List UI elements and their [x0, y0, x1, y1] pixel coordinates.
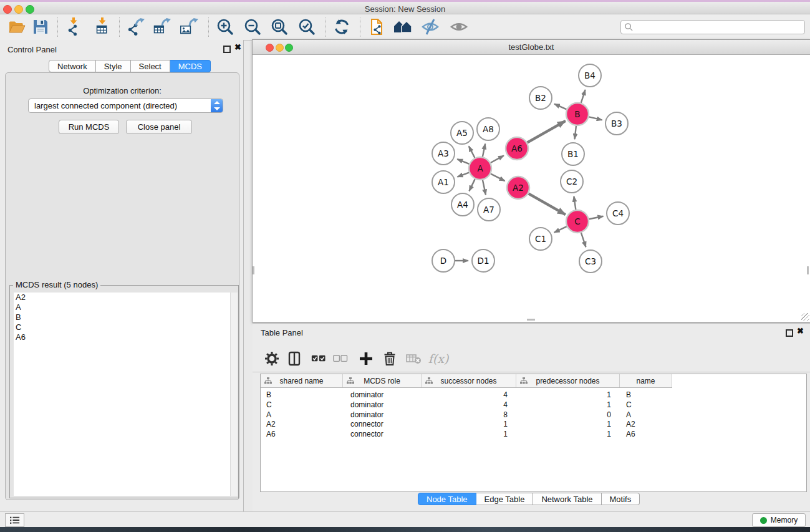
cell-successor-nodes[interactable]: 1 — [422, 429, 508, 439]
column-header-predecessor-nodes[interactable]: predecessor nodes — [516, 374, 620, 387]
graph-node-C1[interactable]: C1 — [529, 228, 552, 250]
column-header-shared-name[interactable]: shared name — [261, 374, 343, 387]
tab-node-table[interactable]: Node Table — [418, 493, 476, 505]
export-network-icon[interactable] — [125, 16, 147, 37]
add-column-icon[interactable] — [357, 349, 375, 368]
cell-successor-nodes[interactable]: 4 — [422, 400, 508, 410]
open-session-icon[interactable] — [6, 16, 27, 37]
memory-button[interactable]: Memory — [752, 513, 806, 527]
graph-edge-B-B1[interactable] — [575, 126, 576, 139]
cell-successor-nodes[interactable]: 8 — [422, 410, 508, 420]
graph-edge-C-C4[interactable] — [589, 216, 604, 220]
graph-node-B[interactable]: B — [566, 103, 589, 125]
run-mcds-button[interactable]: Run MCDS — [59, 120, 119, 134]
graph-edge-B-B4[interactable] — [581, 90, 586, 103]
mcds-result-item[interactable]: B — [14, 312, 234, 322]
graph-edge-C-C2[interactable] — [574, 196, 576, 210]
graph-node-C4[interactable]: C4 — [607, 202, 629, 225]
graph-edge-A-A1[interactable] — [457, 173, 469, 177]
select-all-icon[interactable] — [310, 349, 329, 368]
import-network-icon[interactable] — [64, 16, 85, 37]
graph-node-A[interactable]: A — [469, 157, 491, 180]
graph-node-A3[interactable]: A3 — [432, 142, 455, 165]
tab-style[interactable]: Style — [96, 60, 131, 72]
graph-edge-A-A8[interactable] — [483, 144, 485, 157]
graph-node-B2[interactable]: B2 — [529, 87, 552, 109]
cell-shared-name[interactable]: C — [261, 400, 349, 410]
graph-edge-A-A4[interactable] — [469, 179, 475, 191]
graph-edge-C-C3[interactable] — [581, 233, 586, 247]
graph-node-A8[interactable]: A8 — [477, 118, 499, 140]
bottom-edge-handle[interactable] — [527, 319, 535, 321]
task-history-button[interactable] — [5, 513, 24, 527]
graph-edge-A6-B[interactable] — [528, 121, 566, 143]
cell-shared-name[interactable]: A — [261, 410, 349, 420]
table-row-C[interactable]: Cdominator41C — [261, 400, 672, 410]
graph-edge-A-A3[interactable] — [457, 159, 469, 164]
graph-node-A4[interactable]: A4 — [451, 193, 474, 216]
column-header-MCDS-role[interactable]: MCDS role — [343, 374, 422, 387]
search-input[interactable] — [635, 21, 803, 33]
graph-node-A1[interactable]: A1 — [432, 171, 455, 193]
tab-network[interactable]: Network — [49, 60, 96, 72]
search-field[interactable] — [620, 20, 805, 34]
cell-name[interactable]: C — [620, 400, 678, 410]
cell-predecessor-nodes[interactable]: 1 — [516, 400, 611, 410]
cell-name[interactable]: A6 — [620, 429, 678, 439]
close-table-panel-icon[interactable]: ✖ — [797, 327, 804, 336]
close-panel-icon[interactable]: ✖ — [234, 43, 241, 52]
first-neighbors-icon[interactable] — [392, 16, 413, 37]
export-table-icon[interactable] — [152, 16, 173, 37]
graph-edge-B-B2[interactable] — [554, 104, 567, 110]
cell-name[interactable]: B — [620, 390, 678, 400]
mcds-result-item[interactable]: A — [14, 302, 234, 312]
tab-network-table[interactable]: Network Table — [533, 493, 601, 505]
graph-node-C2[interactable]: C2 — [561, 170, 583, 193]
zoom-out-icon[interactable] — [242, 16, 263, 37]
save-session-icon[interactable] — [30, 16, 51, 37]
graph-edge-A-A5[interactable] — [469, 146, 475, 158]
graph-node-B4[interactable]: B4 — [579, 64, 601, 87]
graph-node-A2[interactable]: A2 — [507, 177, 529, 199]
mcds-result-item[interactable]: A2 — [14, 293, 234, 302]
float-panel-icon[interactable] — [223, 46, 231, 53]
column-header-name[interactable]: name — [620, 374, 672, 387]
network-from-selection-icon[interactable] — [367, 16, 388, 37]
graph-node-D1[interactable]: D1 — [472, 249, 494, 272]
cell-shared-name[interactable]: A6 — [261, 429, 349, 439]
graph-node-D[interactable]: D — [432, 249, 455, 272]
cell-predecessor-nodes[interactable]: 1 — [516, 429, 611, 439]
mcds-result-item[interactable]: A6 — [14, 332, 234, 342]
cell-predecessor-nodes[interactable]: 1 — [516, 390, 611, 400]
graph-node-B1[interactable]: B1 — [562, 143, 584, 165]
graph-node-A5[interactable]: A5 — [451, 122, 473, 144]
graph-edge-A-A6[interactable] — [491, 155, 504, 162]
cell-MCDS-role[interactable]: connector — [343, 429, 429, 439]
table-row-A[interactable]: Adominator80A — [261, 410, 672, 420]
table-row-B[interactable]: Bdominator41B — [261, 390, 672, 400]
cell-successor-nodes[interactable]: 4 — [422, 390, 508, 400]
window-resize-grip[interactable] — [801, 313, 809, 321]
show-columns-icon[interactable] — [285, 349, 304, 368]
tab-motifs[interactable]: Motifs — [602, 493, 640, 505]
tab-edge-table[interactable]: Edge Table — [476, 493, 534, 505]
cell-MCDS-role[interactable]: connector — [343, 419, 429, 429]
zoom-fit-icon[interactable] — [269, 16, 290, 37]
cell-shared-name[interactable]: B — [261, 390, 349, 400]
graph-edge-A-A7[interactable] — [483, 180, 486, 195]
close-panel-button[interactable]: Close panel — [126, 120, 192, 134]
mcds-result-item[interactable]: C — [14, 322, 234, 332]
import-table-icon[interactable] — [93, 16, 114, 37]
graph-edge-B-B3[interactable] — [589, 117, 602, 120]
network-graph-canvas[interactable]: AA1A2A3A4A5A6A7A8BB1B2B3B4CC1C2C3C4DD1 — [253, 55, 809, 321]
table-row-A2[interactable]: A2connector11A2 — [261, 419, 672, 429]
graph-edge-C-C1[interactable] — [554, 226, 567, 233]
graph-node-C[interactable]: C — [566, 210, 589, 233]
refresh-view-icon[interactable] — [331, 16, 352, 37]
delete-column-icon[interactable] — [380, 349, 399, 368]
cell-name[interactable]: A2 — [620, 419, 678, 429]
tab-mcds[interactable]: MCDS — [170, 60, 211, 72]
cell-shared-name[interactable]: A2 — [261, 419, 349, 429]
hide-selected-icon[interactable] — [420, 16, 441, 37]
export-image-icon[interactable] — [178, 16, 200, 37]
